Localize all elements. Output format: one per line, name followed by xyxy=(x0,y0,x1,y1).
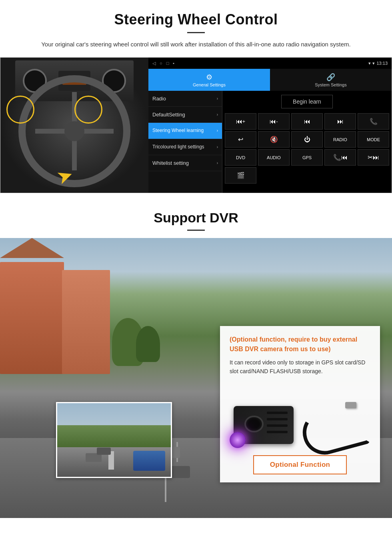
ctrl-cut-next[interactable]: ✂⏭ xyxy=(358,149,389,166)
begin-learn-row: Begin learn xyxy=(225,93,389,110)
tab-general-settings[interactable]: ⚙ General Settings xyxy=(148,69,270,91)
dvr-cable xyxy=(298,400,371,460)
steering-wheel-image: ➤ xyxy=(0,58,148,193)
ctrl-radio[interactable]: RADIO xyxy=(324,131,356,148)
dvr-preview-image xyxy=(56,402,172,478)
ctrl-gps[interactable]: GPS xyxy=(291,149,323,166)
ctrl-audio[interactable]: AUDIO xyxy=(258,149,290,166)
back-icon: ◁ xyxy=(152,61,156,66)
building-2 xyxy=(62,270,110,374)
android-tabs[interactable]: ⚙ General Settings 🔗 System Settings xyxy=(148,69,392,91)
home-icon: ○ xyxy=(160,61,162,66)
dvr-device-container xyxy=(230,380,370,452)
tab-system-settings[interactable]: 🔗 System Settings xyxy=(270,69,392,91)
menu-steering-label: Steering Wheel learning xyxy=(152,128,204,134)
ctrl-back[interactable]: ↩ xyxy=(225,131,256,148)
back-call-icon: ↩ xyxy=(238,136,243,143)
ctrl-power[interactable]: ⏻ xyxy=(291,131,323,148)
roof-1 xyxy=(0,238,64,258)
steering-demo: ➤ ◁ ○ □ ▪ ▾ ▾ 13:13 ⚙ General Settings xyxy=(0,57,392,193)
dvr-title-area: Support DVR xyxy=(0,198,392,238)
menu-tricoloured-label: Tricoloured light settings xyxy=(152,144,204,150)
status-right: ▾ ▾ 13:13 xyxy=(368,61,388,66)
dvr-section: Support DVR (Optional function, require … xyxy=(0,198,392,518)
radio-label-btn: RADIO xyxy=(333,137,347,142)
chevron-icon-tricoloured: › xyxy=(217,145,218,149)
chevron-icon-whitelist: › xyxy=(217,161,218,165)
ctrl-mute[interactable]: 🔇 xyxy=(258,131,290,148)
menu-default-label: DefaultSetting xyxy=(152,112,185,118)
menu-panel: Begin learn ⏮+ ⏮- ⏮ ⏭ 📞 ↩ 🔇 ⏻ RADIO MODE xyxy=(222,91,392,193)
optional-function-button[interactable]: Optional Function xyxy=(253,455,347,474)
menu-item-whitelist[interactable]: Whitelist setting › xyxy=(148,155,222,171)
menu-item-tricoloured[interactable]: Tricoloured light settings › xyxy=(148,139,222,156)
dvr-optional-text: (Optional function, require to buy exter… xyxy=(230,335,370,354)
dvr-divider xyxy=(187,230,205,231)
mode-label-btn: MODE xyxy=(367,137,380,142)
begin-learn-button[interactable]: Begin learn xyxy=(281,95,333,108)
next-icon: ⏭ xyxy=(337,118,344,125)
vent-1 xyxy=(267,412,288,414)
gear-icon: ⚙ xyxy=(206,73,212,82)
control-grid: ⏮+ ⏮- ⏮ ⏭ 📞 ↩ 🔇 ⏻ RADIO MODE DVD AUDIO G… xyxy=(225,113,389,184)
audio-label-btn: AUDIO xyxy=(267,155,281,160)
steering-divider xyxy=(187,32,205,33)
ctrl-phone[interactable]: 📞 xyxy=(358,113,389,130)
ctrl-vol-up[interactable]: ⏮+ xyxy=(225,113,256,130)
menu-item-steering[interactable]: Steering Wheel learning › xyxy=(148,123,222,139)
steering-title: Steering Wheel Control xyxy=(16,11,376,28)
chevron-icon-radio: › xyxy=(217,96,218,101)
wheel-center xyxy=(64,121,84,141)
dvr-background: (Optional function, require to buy exter… xyxy=(0,238,392,518)
android-menu: Radio › DefaultSetting › Steering Wheel … xyxy=(148,91,392,193)
dvr-icon: 🎬 xyxy=(237,172,245,179)
android-status-bar: ◁ ○ □ ▪ ▾ ▾ 13:13 xyxy=(148,58,392,69)
menu-whitelist-label: Whitelist setting xyxy=(152,160,189,166)
steering-description: Your original car's steering wheel contr… xyxy=(32,40,360,49)
recent-icon: □ xyxy=(166,61,169,66)
phone-prev-icon: 📞⏮ xyxy=(333,154,348,161)
menu-radio-label: Radio xyxy=(152,96,166,102)
ctrl-vol-down[interactable]: ⏮- xyxy=(258,113,290,130)
dvr-cable-area xyxy=(294,400,366,452)
vent-4 xyxy=(267,431,288,433)
ctrl-prev[interactable]: ⏮ xyxy=(291,113,323,130)
circle-right-indicator xyxy=(74,96,102,124)
vol-up-icon: ⏮ xyxy=(236,118,242,125)
chevron-icon-default: › xyxy=(217,112,218,117)
dvd-label-btn: DVD xyxy=(236,155,245,160)
chevron-icon-steering: › xyxy=(217,128,218,133)
preview-trees xyxy=(57,425,171,447)
signal-icon: ▾ xyxy=(368,61,371,66)
preview-car-blue xyxy=(133,451,165,471)
steering-wheel-outer xyxy=(18,75,130,187)
steering-section: Steering Wheel Control Your original car… xyxy=(0,0,392,49)
camera-lens xyxy=(244,416,264,433)
dvr-description: It can record video only to storage in G… xyxy=(230,358,370,376)
ctrl-dvd[interactable]: DVD xyxy=(225,149,256,166)
power-icon: ⏻ xyxy=(304,136,310,143)
nav-icons: ◁ ○ □ ▪ xyxy=(152,61,174,66)
vent-3 xyxy=(267,424,288,427)
menu-item-radio[interactable]: Radio › xyxy=(148,91,222,107)
mute-icon: 🔇 xyxy=(270,136,278,143)
preview-car-2 xyxy=(97,448,111,455)
dvr-info-box: (Optional function, require to buy exter… xyxy=(220,326,380,482)
android-ui: ◁ ○ □ ▪ ▾ ▾ 13:13 ⚙ General Settings 🔗 S… xyxy=(148,58,392,193)
menu-list: Radio › DefaultSetting › Steering Wheel … xyxy=(148,91,222,193)
ctrl-mode[interactable]: MODE xyxy=(358,131,389,148)
status-time: 13:13 xyxy=(376,61,388,66)
ctrl-phone-prev[interactable]: 📞⏮ xyxy=(324,149,356,166)
menu-icon: ▪ xyxy=(173,61,174,66)
prev-icon: ⏮ xyxy=(304,118,310,125)
vent-2 xyxy=(267,418,288,420)
ctrl-next[interactable]: ⏭ xyxy=(324,113,356,130)
vol-down-icon: ⏮ xyxy=(270,118,276,125)
usb-plug xyxy=(345,402,356,408)
purple-light xyxy=(230,432,246,448)
menu-item-default[interactable]: DefaultSetting › xyxy=(148,107,222,123)
ctrl-dvr-btn[interactable]: 🎬 xyxy=(225,167,256,184)
tree-2 xyxy=(136,326,160,362)
tab-system-label: System Settings xyxy=(315,82,346,87)
wifi-icon: ▾ xyxy=(372,61,375,66)
